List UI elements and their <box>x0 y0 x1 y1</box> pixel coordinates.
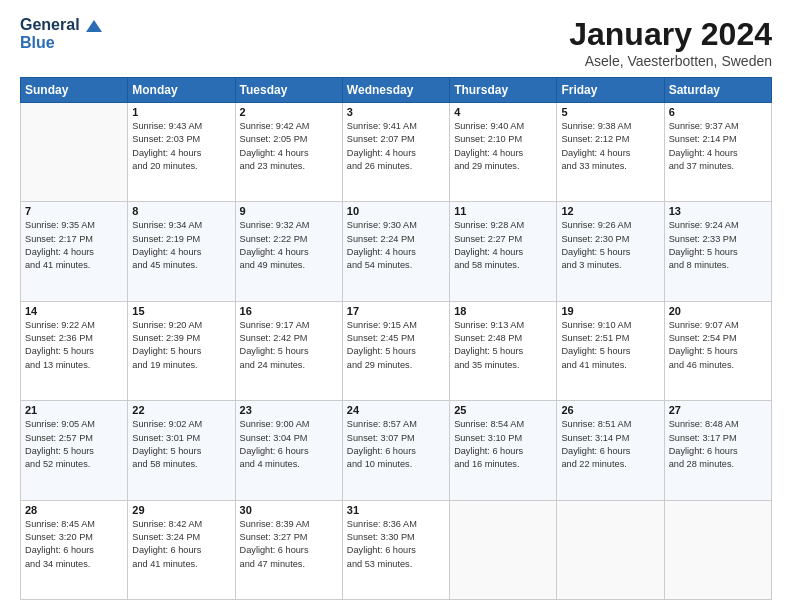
calendar-cell: 23Sunrise: 9:00 AM Sunset: 3:04 PM Dayli… <box>235 401 342 500</box>
day-number: 22 <box>132 404 230 416</box>
page: General Blue January 2024 Asele, Vaester… <box>0 0 792 612</box>
day-number: 2 <box>240 106 338 118</box>
weekday-row: SundayMondayTuesdayWednesdayThursdayFrid… <box>21 78 772 103</box>
header: General Blue January 2024 Asele, Vaester… <box>20 16 772 69</box>
day-info: Sunrise: 9:24 AM Sunset: 2:33 PM Dayligh… <box>669 219 767 272</box>
weekday-header-sunday: Sunday <box>21 78 128 103</box>
day-info: Sunrise: 9:38 AM Sunset: 2:12 PM Dayligh… <box>561 120 659 173</box>
calendar-cell: 8Sunrise: 9:34 AM Sunset: 2:19 PM Daylig… <box>128 202 235 301</box>
calendar-cell: 7Sunrise: 9:35 AM Sunset: 2:17 PM Daylig… <box>21 202 128 301</box>
day-info: Sunrise: 8:42 AM Sunset: 3:24 PM Dayligh… <box>132 518 230 571</box>
day-number: 21 <box>25 404 123 416</box>
day-number: 13 <box>669 205 767 217</box>
day-number: 3 <box>347 106 445 118</box>
day-number: 6 <box>669 106 767 118</box>
day-info: Sunrise: 8:45 AM Sunset: 3:20 PM Dayligh… <box>25 518 123 571</box>
day-info: Sunrise: 9:40 AM Sunset: 2:10 PM Dayligh… <box>454 120 552 173</box>
day-info: Sunrise: 9:15 AM Sunset: 2:45 PM Dayligh… <box>347 319 445 372</box>
calendar-cell: 20Sunrise: 9:07 AM Sunset: 2:54 PM Dayli… <box>664 301 771 400</box>
calendar-cell: 15Sunrise: 9:20 AM Sunset: 2:39 PM Dayli… <box>128 301 235 400</box>
calendar-cell: 16Sunrise: 9:17 AM Sunset: 2:42 PM Dayli… <box>235 301 342 400</box>
day-number: 23 <box>240 404 338 416</box>
calendar-cell: 11Sunrise: 9:28 AM Sunset: 2:27 PM Dayli… <box>450 202 557 301</box>
calendar-cell: 25Sunrise: 8:54 AM Sunset: 3:10 PM Dayli… <box>450 401 557 500</box>
day-number: 7 <box>25 205 123 217</box>
day-info: Sunrise: 9:30 AM Sunset: 2:24 PM Dayligh… <box>347 219 445 272</box>
day-info: Sunrise: 8:39 AM Sunset: 3:27 PM Dayligh… <box>240 518 338 571</box>
day-info: Sunrise: 9:41 AM Sunset: 2:07 PM Dayligh… <box>347 120 445 173</box>
week-row-1: 1Sunrise: 9:43 AM Sunset: 2:03 PM Daylig… <box>21 103 772 202</box>
title-block: January 2024 Asele, Vaesterbotten, Swede… <box>569 16 772 69</box>
calendar-cell: 5Sunrise: 9:38 AM Sunset: 2:12 PM Daylig… <box>557 103 664 202</box>
weekday-header-tuesday: Tuesday <box>235 78 342 103</box>
day-number: 1 <box>132 106 230 118</box>
calendar-header: SundayMondayTuesdayWednesdayThursdayFrid… <box>21 78 772 103</box>
day-info: Sunrise: 9:22 AM Sunset: 2:36 PM Dayligh… <box>25 319 123 372</box>
day-number: 12 <box>561 205 659 217</box>
day-info: Sunrise: 9:07 AM Sunset: 2:54 PM Dayligh… <box>669 319 767 372</box>
calendar-cell: 4Sunrise: 9:40 AM Sunset: 2:10 PM Daylig… <box>450 103 557 202</box>
day-info: Sunrise: 9:00 AM Sunset: 3:04 PM Dayligh… <box>240 418 338 471</box>
calendar-cell: 21Sunrise: 9:05 AM Sunset: 2:57 PM Dayli… <box>21 401 128 500</box>
week-row-4: 21Sunrise: 9:05 AM Sunset: 2:57 PM Dayli… <box>21 401 772 500</box>
day-info: Sunrise: 9:35 AM Sunset: 2:17 PM Dayligh… <box>25 219 123 272</box>
day-number: 26 <box>561 404 659 416</box>
day-number: 24 <box>347 404 445 416</box>
calendar-cell: 9Sunrise: 9:32 AM Sunset: 2:22 PM Daylig… <box>235 202 342 301</box>
day-number: 10 <box>347 205 445 217</box>
day-info: Sunrise: 8:57 AM Sunset: 3:07 PM Dayligh… <box>347 418 445 471</box>
calendar-table: SundayMondayTuesdayWednesdayThursdayFrid… <box>20 77 772 600</box>
weekday-header-wednesday: Wednesday <box>342 78 449 103</box>
main-title: January 2024 <box>569 16 772 53</box>
day-number: 17 <box>347 305 445 317</box>
calendar-cell: 6Sunrise: 9:37 AM Sunset: 2:14 PM Daylig… <box>664 103 771 202</box>
calendar-cell: 3Sunrise: 9:41 AM Sunset: 2:07 PM Daylig… <box>342 103 449 202</box>
calendar-cell: 22Sunrise: 9:02 AM Sunset: 3:01 PM Dayli… <box>128 401 235 500</box>
day-number: 14 <box>25 305 123 317</box>
week-row-3: 14Sunrise: 9:22 AM Sunset: 2:36 PM Dayli… <box>21 301 772 400</box>
calendar-cell: 28Sunrise: 8:45 AM Sunset: 3:20 PM Dayli… <box>21 500 128 599</box>
day-info: Sunrise: 9:34 AM Sunset: 2:19 PM Dayligh… <box>132 219 230 272</box>
day-info: Sunrise: 8:54 AM Sunset: 3:10 PM Dayligh… <box>454 418 552 471</box>
day-number: 5 <box>561 106 659 118</box>
day-number: 15 <box>132 305 230 317</box>
calendar-cell: 12Sunrise: 9:26 AM Sunset: 2:30 PM Dayli… <box>557 202 664 301</box>
calendar-cell: 18Sunrise: 9:13 AM Sunset: 2:48 PM Dayli… <box>450 301 557 400</box>
day-info: Sunrise: 8:48 AM Sunset: 3:17 PM Dayligh… <box>669 418 767 471</box>
calendar-cell: 1Sunrise: 9:43 AM Sunset: 2:03 PM Daylig… <box>128 103 235 202</box>
weekday-header-saturday: Saturday <box>664 78 771 103</box>
day-number: 28 <box>25 504 123 516</box>
day-number: 31 <box>347 504 445 516</box>
day-info: Sunrise: 9:32 AM Sunset: 2:22 PM Dayligh… <box>240 219 338 272</box>
day-number: 16 <box>240 305 338 317</box>
calendar-body: 1Sunrise: 9:43 AM Sunset: 2:03 PM Daylig… <box>21 103 772 600</box>
calendar-cell: 30Sunrise: 8:39 AM Sunset: 3:27 PM Dayli… <box>235 500 342 599</box>
day-number: 18 <box>454 305 552 317</box>
week-row-2: 7Sunrise: 9:35 AM Sunset: 2:17 PM Daylig… <box>21 202 772 301</box>
weekday-header-monday: Monday <box>128 78 235 103</box>
day-info: Sunrise: 9:20 AM Sunset: 2:39 PM Dayligh… <box>132 319 230 372</box>
day-info: Sunrise: 8:36 AM Sunset: 3:30 PM Dayligh… <box>347 518 445 571</box>
calendar-cell <box>450 500 557 599</box>
calendar-cell: 14Sunrise: 9:22 AM Sunset: 2:36 PM Dayli… <box>21 301 128 400</box>
day-number: 29 <box>132 504 230 516</box>
day-info: Sunrise: 9:05 AM Sunset: 2:57 PM Dayligh… <box>25 418 123 471</box>
day-number: 30 <box>240 504 338 516</box>
day-info: Sunrise: 9:37 AM Sunset: 2:14 PM Dayligh… <box>669 120 767 173</box>
day-number: 9 <box>240 205 338 217</box>
day-info: Sunrise: 9:10 AM Sunset: 2:51 PM Dayligh… <box>561 319 659 372</box>
logo: General Blue <box>20 16 102 51</box>
calendar-cell <box>664 500 771 599</box>
day-info: Sunrise: 8:51 AM Sunset: 3:14 PM Dayligh… <box>561 418 659 471</box>
weekday-header-thursday: Thursday <box>450 78 557 103</box>
day-info: Sunrise: 9:28 AM Sunset: 2:27 PM Dayligh… <box>454 219 552 272</box>
day-number: 19 <box>561 305 659 317</box>
day-number: 8 <box>132 205 230 217</box>
calendar-cell: 10Sunrise: 9:30 AM Sunset: 2:24 PM Dayli… <box>342 202 449 301</box>
day-info: Sunrise: 9:26 AM Sunset: 2:30 PM Dayligh… <box>561 219 659 272</box>
calendar-cell <box>21 103 128 202</box>
calendar-cell <box>557 500 664 599</box>
calendar-cell: 19Sunrise: 9:10 AM Sunset: 2:51 PM Dayli… <box>557 301 664 400</box>
calendar-cell: 31Sunrise: 8:36 AM Sunset: 3:30 PM Dayli… <box>342 500 449 599</box>
day-info: Sunrise: 9:13 AM Sunset: 2:48 PM Dayligh… <box>454 319 552 372</box>
